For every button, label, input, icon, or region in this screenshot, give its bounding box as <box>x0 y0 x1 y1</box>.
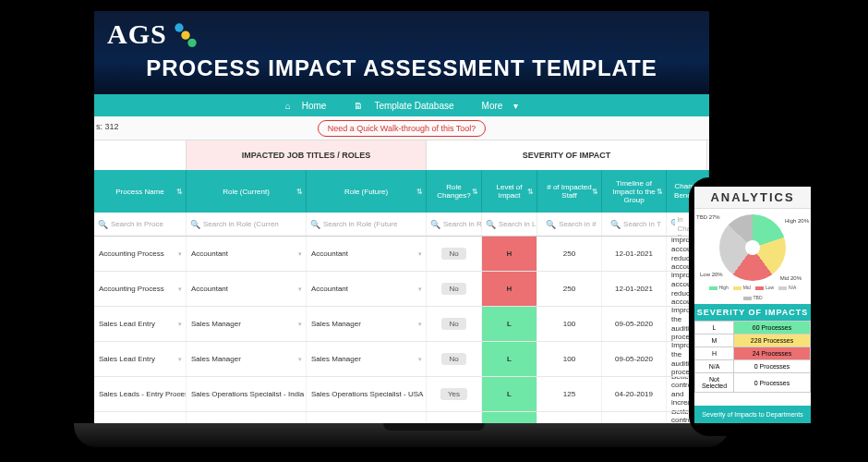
cell-process[interactable]: Sales Leads - Entry Process▾ <box>94 377 187 411</box>
table-row[interactable]: Sales Lead Entry▾Sales Manager▾Sales Man… <box>94 307 709 342</box>
severity-level: N/A <box>695 360 734 373</box>
cell-role-changes[interactable]: No <box>427 307 482 341</box>
cell-role-future[interactable]: Sales Manager▾ <box>307 307 427 341</box>
cell-role-future[interactable]: Sales Manager▾ <box>307 342 427 376</box>
col-timeline[interactable]: Timeline of Impact to the Group⇅ <box>602 170 667 213</box>
table-row[interactable]: Sales Lead Entry▾Sales Manager▾Sales Man… <box>94 342 709 377</box>
cell-level[interactable]: L <box>482 342 537 376</box>
search-timeline[interactable]: 🔍Search in T <box>602 213 667 236</box>
cell-process[interactable]: Accounting Process▾ <box>94 237 187 271</box>
severity-count: 0 Processes <box>734 360 811 373</box>
col-staff[interactable]: # of Impacted Staff⇅ <box>537 170 602 213</box>
table-row[interactable]: Accounting Process▾Accountant▾Accountant… <box>94 237 709 272</box>
cell-staff[interactable]: 125 <box>537 377 602 411</box>
search-role-current[interactable]: 🔍Search in Role (Curren <box>187 213 307 236</box>
cell-role-current[interactable]: Sales Operations Specialist - India▾ <box>187 377 307 411</box>
search-process[interactable]: 🔍Search in Proce <box>94 213 187 236</box>
table-body: Accounting Process▾Accountant▾Accountant… <box>94 237 709 425</box>
cell-staff[interactable]: 250 <box>537 237 602 271</box>
cell-process[interactable]: Sales Lead Entry▾ <box>94 307 187 341</box>
cell-timeline[interactable]: 12-01-2021 <box>602 237 667 271</box>
col-process[interactable]: Process Name⇅ <box>94 170 187 213</box>
dropdown-icon: ▾ <box>298 321 302 328</box>
cell-role-current[interactable]: Accountant▾ <box>187 272 307 306</box>
cell-timeline[interactable]: 09-05-2020 <box>602 342 667 376</box>
severity-row: M228 Processes <box>695 334 811 347</box>
col-role-future[interactable]: Role (Future)⇅ <box>307 170 427 213</box>
cell-level[interactable]: L <box>482 377 537 411</box>
cell-timeline[interactable]: 09-05-2020 <box>602 307 667 341</box>
phone-screen: ANALYTICS High 20% Mid 20% Low 20% TBD 2… <box>694 187 811 423</box>
cell-staff[interactable]: 250 <box>537 272 602 306</box>
cell-staff[interactable]: 100 <box>537 307 602 341</box>
cell-level[interactable]: H <box>482 237 537 271</box>
section-severity: SEVERITY OF IMPACT <box>427 140 707 170</box>
dropdown-icon: ▾ <box>418 391 422 398</box>
pie-label-mid: Mid 20% <box>780 275 802 281</box>
severity-row: Not Selected0 Processes <box>695 373 811 393</box>
severity-level: L <box>695 322 734 334</box>
severity-row: L60 Processes <box>695 322 811 334</box>
search-icon: 🔍 <box>430 220 440 229</box>
cell-level[interactable]: L <box>482 307 537 341</box>
walkthrough-bar: s: 312 Need a Quick Walk-through of this… <box>94 116 709 140</box>
cell-process[interactable]: Accounting Process▾ <box>94 272 187 306</box>
severity-table: L60 ProcessesM228 ProcessesH24 Processes… <box>694 321 811 393</box>
legend-item: Mid <box>733 285 751 290</box>
cell-role-changes[interactable]: No <box>427 237 482 271</box>
nav-home[interactable]: ⌂ Home <box>278 97 334 115</box>
cell-role-current[interactable]: Sales Manager▾ <box>187 342 307 376</box>
cell-role-current[interactable]: Sales Manager▾ <box>187 307 307 341</box>
dropdown-icon: ▾ <box>298 356 302 363</box>
cell-staff[interactable]: 100 <box>537 342 602 376</box>
cell-role-changes[interactable]: Yes <box>427 377 482 411</box>
col-level[interactable]: Level of Impact⇅ <box>482 170 537 213</box>
severity-row: N/A0 Processes <box>695 360 811 373</box>
cell-role-future[interactable]: Accountant▾ <box>307 237 427 271</box>
cell-timeline[interactable]: 04-20-2019 <box>602 377 667 411</box>
table-row[interactable]: Sales Leads - Entry Process▾Sales Operat… <box>94 377 709 412</box>
severity-count: 228 Processes <box>734 334 811 347</box>
dropdown-icon: ▾ <box>418 356 422 363</box>
table-search-row: 🔍Search in Proce 🔍Search in Role (Curren… <box>94 213 709 237</box>
walkthrough-link[interactable]: Need a Quick Walk-through of this Tool? <box>318 120 487 137</box>
search-staff[interactable]: 🔍Search in # <box>537 213 602 236</box>
nav-more[interactable]: More ▾ <box>475 97 526 115</box>
dropdown-icon: ▾ <box>298 250 302 258</box>
cell-role-changes[interactable]: No <box>427 342 482 376</box>
svg-point-1 <box>181 31 189 40</box>
severity-count: 0 Processes <box>734 373 811 393</box>
dropdown-icon: ▾ <box>178 391 182 398</box>
col-role-current[interactable]: Role (Current)⇅ <box>187 170 307 213</box>
search-icon: 🔍 <box>190 220 200 229</box>
dropdown-icon: ▾ <box>298 286 302 293</box>
cell-process[interactable]: Sales Lead Entry▾ <box>94 342 187 376</box>
app-header: AGS PROCESS IMPACT ASSESSMENT TEMPLATE <box>94 11 709 94</box>
laptop-notch <box>383 423 485 431</box>
cell-timeline[interactable]: 12-01-2021 <box>602 272 667 306</box>
laptop-screen: AGS PROCESS IMPACT ASSESSMENT TEMPLATE ⌂… <box>94 11 709 425</box>
cell-role-current[interactable]: Accountant▾ <box>187 237 307 271</box>
dropdown-icon: ▾ <box>418 250 422 258</box>
analytics-title: ANALYTICS <box>694 187 811 209</box>
severity-level: Not Selected <box>695 373 734 393</box>
legend-item: Low <box>755 285 774 290</box>
pie-label-low: Low 20% <box>700 272 723 277</box>
legend-item: TBD <box>743 295 763 300</box>
cell-level[interactable]: H <box>482 272 537 306</box>
search-role-changes[interactable]: 🔍Search in R <box>427 213 482 236</box>
search-level[interactable]: 🔍Search in L <box>482 213 537 236</box>
severity-count: 60 Processes <box>734 322 811 334</box>
nav-template-database[interactable]: 🗎 Template Database <box>346 97 461 115</box>
cell-role-future[interactable]: Sales Operations Specialist - USA▾ <box>307 377 427 411</box>
document-icon: 🗎 <box>350 99 367 113</box>
cell-role-changes[interactable]: No <box>427 272 482 306</box>
cell-role-future[interactable]: Accountant▾ <box>307 272 427 306</box>
legend-item: High <box>709 285 729 290</box>
severity-level: H <box>695 347 734 360</box>
search-role-future[interactable]: 🔍Search in Role (Future <box>307 213 427 236</box>
col-role-changes[interactable]: Role Changes?⇅ <box>427 170 482 213</box>
search-icon: 🔍 <box>486 220 496 229</box>
table-row[interactable]: Accounting Process▾Accountant▾Accountant… <box>94 272 709 307</box>
severity-count: 24 Processes <box>734 347 811 360</box>
